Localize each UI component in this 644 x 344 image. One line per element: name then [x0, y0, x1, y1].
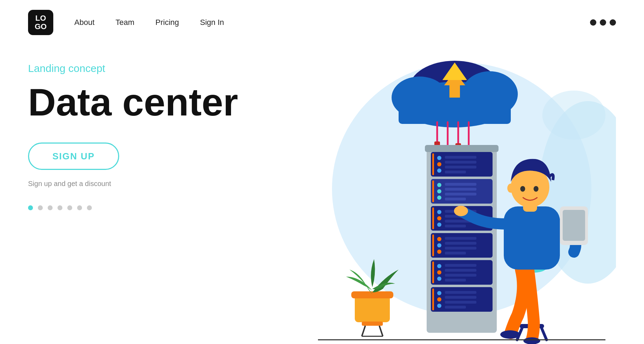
svg-rect-68	[437, 297, 441, 302]
dot-1	[590, 19, 596, 26]
svg-rect-63	[445, 274, 476, 277]
svg-rect-53	[445, 242, 476, 245]
page-dot-6[interactable]	[77, 205, 82, 210]
logo-text: LOGO	[35, 14, 47, 31]
nav-pricing[interactable]: Pricing	[155, 18, 179, 27]
more-options[interactable]	[590, 19, 616, 26]
hero-title: Data center	[28, 83, 300, 121]
svg-rect-59	[437, 270, 441, 274]
svg-point-87	[520, 186, 525, 192]
svg-line-93	[362, 326, 365, 336]
svg-rect-51	[437, 250, 441, 254]
svg-rect-69	[437, 304, 441, 308]
svg-rect-70	[445, 291, 476, 294]
signup-button[interactable]: SIGN UP	[28, 143, 119, 170]
nav-about[interactable]: About	[74, 18, 95, 27]
svg-rect-55	[445, 252, 466, 254]
svg-rect-35	[445, 188, 476, 191]
svg-point-79	[500, 330, 520, 339]
svg-rect-37	[445, 198, 466, 200]
svg-rect-62	[445, 269, 476, 272]
page-dot-5[interactable]	[67, 205, 72, 210]
svg-rect-24	[437, 168, 441, 173]
svg-rect-54	[445, 247, 476, 250]
hero-left: Landing concept Data center SIGN UP Sign…	[28, 52, 300, 344]
svg-rect-26	[445, 161, 476, 164]
svg-rect-66	[432, 289, 434, 310]
svg-rect-39	[432, 207, 434, 229]
svg-rect-73	[445, 306, 466, 309]
svg-rect-67	[437, 291, 441, 295]
nav-links: About Team Pricing Sign In	[74, 18, 224, 27]
navbar: LOGO About Team Pricing Sign In	[0, 0, 644, 45]
svg-rect-72	[445, 301, 476, 304]
svg-rect-21	[432, 153, 434, 175]
svg-rect-60	[437, 277, 441, 281]
svg-rect-28	[445, 171, 466, 173]
svg-point-82	[454, 206, 468, 216]
dot-2	[600, 19, 606, 26]
hero-subtitle: Landing concept	[28, 62, 300, 74]
svg-rect-22	[437, 156, 441, 160]
svg-rect-41	[437, 216, 441, 220]
svg-point-2	[542, 91, 605, 140]
pagination-dots	[28, 205, 300, 210]
svg-rect-71	[445, 296, 476, 299]
svg-point-89	[507, 184, 514, 193]
svg-rect-81	[504, 206, 560, 270]
svg-rect-40	[437, 210, 441, 214]
svg-rect-19	[425, 145, 499, 152]
hero-section: Landing concept Data center SIGN UP Sign…	[0, 45, 644, 344]
svg-rect-25	[445, 156, 476, 159]
svg-line-77	[542, 328, 547, 340]
svg-rect-46	[445, 225, 466, 227]
svg-rect-27	[445, 166, 476, 168]
svg-rect-52	[445, 237, 476, 240]
svg-point-88	[534, 186, 538, 192]
svg-rect-49	[437, 237, 441, 241]
svg-rect-36	[445, 193, 476, 196]
svg-rect-64	[445, 279, 466, 282]
page-dot-2[interactable]	[38, 205, 43, 210]
svg-rect-34	[445, 183, 476, 186]
discount-note: Sign up and get a discount	[28, 180, 300, 188]
svg-line-94	[379, 326, 383, 336]
svg-rect-31	[437, 183, 441, 187]
nav-team[interactable]: Team	[116, 18, 135, 27]
page-dot-4[interactable]	[57, 205, 62, 210]
illustration-svg	[300, 52, 616, 344]
svg-rect-23	[437, 162, 441, 166]
svg-rect-42	[437, 223, 441, 227]
hero-illustration	[300, 52, 616, 344]
svg-rect-48	[432, 234, 434, 256]
svg-rect-84	[563, 210, 585, 241]
logo[interactable]: LOGO	[28, 10, 53, 35]
nav-signin[interactable]: Sign In	[200, 18, 224, 27]
dot-3	[610, 19, 616, 26]
svg-rect-58	[437, 264, 441, 268]
page-dot-3[interactable]	[48, 205, 53, 210]
svg-rect-33	[437, 196, 441, 200]
svg-rect-50	[437, 243, 441, 247]
svg-rect-61	[445, 264, 476, 267]
page-dot-1[interactable]	[28, 205, 33, 210]
svg-rect-92	[362, 322, 383, 326]
svg-rect-32	[437, 189, 441, 193]
page-dot-7[interactable]	[87, 205, 92, 210]
svg-rect-7	[399, 105, 511, 124]
svg-rect-57	[432, 262, 434, 283]
svg-rect-30	[432, 180, 434, 202]
